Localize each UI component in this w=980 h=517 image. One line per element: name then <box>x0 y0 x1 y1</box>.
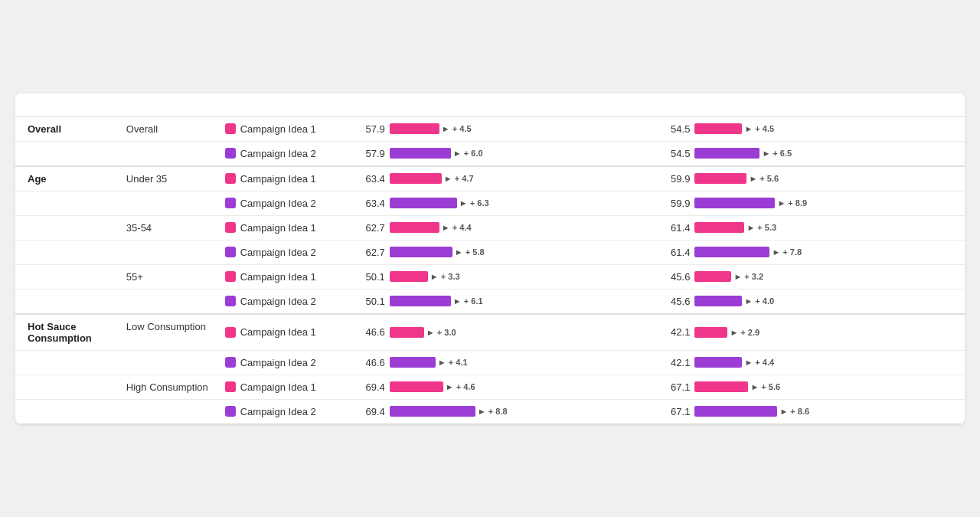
would-try-delta: ► + 4.6 <box>446 382 475 391</box>
would-try-delta: ► + 3.0 <box>426 328 456 337</box>
would-try-value: 50.1 <box>361 271 385 283</box>
would-try-bar-cell: 50.1► + 3.3 <box>361 271 654 283</box>
would-try-bar-wrapper: ► + 4.6 <box>390 381 654 392</box>
table-row: AgeUnder 35Campaign Idea 163.4► + 4.759.… <box>15 166 965 191</box>
would-try-cell: 46.6► + 3.0 <box>354 314 660 351</box>
breakdown-cell: Age <box>15 166 117 191</box>
would-add-bar-wrapper: ► + 3.2 <box>694 271 959 282</box>
segment-cell: 55+ <box>117 264 219 289</box>
would-try-value: 62.7 <box>361 247 385 258</box>
would-add-value: 54.5 <box>665 123 690 135</box>
table-row: Campaign Idea 246.6► + 4.142.1► + 4.4 <box>15 350 965 375</box>
would-add-value: 67.1 <box>665 381 690 393</box>
breakdown-cell <box>15 191 117 215</box>
would-try-bar-cell: 46.6► + 4.1 <box>361 357 654 368</box>
table-row: Campaign Idea 257.9► + 6.054.5► + 6.5 <box>15 141 965 166</box>
campaign-name: Campaign Idea 2 <box>240 148 316 159</box>
would-add-delta: ► + 5.6 <box>749 174 779 183</box>
would-try-bar <box>390 123 439 134</box>
content-item: Campaign Idea 2 <box>225 357 348 368</box>
breakdown-cell <box>15 350 117 375</box>
would-add-bar <box>694 406 777 417</box>
content-cell: Campaign Idea 2 <box>219 141 354 166</box>
would-add-value: 61.4 <box>665 247 690 258</box>
would-try-bar <box>390 357 436 368</box>
would-add-bar-cell: 54.5► + 4.5 <box>665 123 959 135</box>
would-try-delta: ► + 4.4 <box>442 223 472 232</box>
would-try-bar-wrapper: ► + 4.5 <box>390 123 654 134</box>
content-cell: Campaign Idea 1 <box>219 314 354 351</box>
segment-cell <box>117 191 219 215</box>
segment-cell <box>117 141 219 166</box>
content-cell: Campaign Idea 1 <box>219 166 354 191</box>
would-add-bar-cell: 67.1► + 5.6 <box>665 381 959 393</box>
content-item: Campaign Idea 1 <box>225 381 348 393</box>
breakdown-label: Age <box>28 173 47 185</box>
content-item: Campaign Idea 2 <box>225 296 348 307</box>
color-swatch-pink <box>225 222 236 233</box>
would-add-bar <box>694 173 746 184</box>
would-add-bar <box>694 271 731 282</box>
would-try-cell: 69.4► + 4.6 <box>354 375 660 399</box>
content-cell: Campaign Idea 1 <box>219 375 354 399</box>
col-header-content <box>219 93 354 117</box>
col-header-would-try <box>354 93 660 117</box>
color-swatch-purple <box>225 406 236 417</box>
segment-cell: Low Consumption <box>117 314 219 351</box>
would-try-cell: 50.1► + 3.3 <box>354 264 660 289</box>
would-try-cell: 62.7► + 5.8 <box>354 240 660 264</box>
would-add-delta: ► + 3.2 <box>733 272 763 281</box>
segment-cell <box>117 399 219 424</box>
would-try-bar-wrapper: ► + 6.3 <box>390 198 654 208</box>
would-try-bar <box>390 247 452 257</box>
would-add-bar <box>694 123 742 134</box>
would-try-bar <box>390 381 443 392</box>
table-row: Campaign Idea 263.4► + 6.359.9► + 8.9 <box>15 191 965 215</box>
content-cell: Campaign Idea 2 <box>219 289 354 314</box>
would-try-cell: 63.4► + 6.3 <box>354 191 660 215</box>
campaign-name: Campaign Idea 2 <box>240 198 316 209</box>
would-add-cell: 42.1► + 4.4 <box>659 350 965 375</box>
color-swatch-pink <box>225 123 236 134</box>
color-swatch-purple <box>225 247 236 257</box>
campaign-name: Campaign Idea 1 <box>240 123 316 135</box>
segment-cell: High Consumption <box>117 375 219 399</box>
breakdown-cell <box>15 215 117 240</box>
table-row: Campaign Idea 250.1► + 6.145.6► + 4.0 <box>15 289 965 314</box>
would-try-bar <box>390 406 475 417</box>
would-try-bar-cell: 46.6► + 3.0 <box>361 326 654 338</box>
would-try-cell: 50.1► + 6.1 <box>354 289 660 314</box>
content-item: Campaign Idea 1 <box>225 123 348 135</box>
breakdown-cell <box>15 375 117 399</box>
would-add-bar-wrapper: ► + 4.0 <box>694 296 959 306</box>
breakdown-cell: Overall <box>15 116 117 141</box>
would-try-bar-cell: 62.7► + 5.8 <box>361 247 654 258</box>
content-item: Campaign Idea 1 <box>225 326 348 338</box>
would-add-bar <box>694 381 748 392</box>
content-cell: Campaign Idea 2 <box>219 191 354 215</box>
would-add-delta: ► + 4.4 <box>744 358 774 367</box>
would-try-cell: 57.9► + 6.0 <box>354 141 660 166</box>
would-try-bar-wrapper: ► + 6.0 <box>390 148 654 159</box>
campaign-name: Campaign Idea 2 <box>240 357 316 368</box>
color-swatch-pink <box>225 271 236 282</box>
table-row: 35-54Campaign Idea 162.7► + 4.461.4► + 5… <box>15 215 965 240</box>
breakdown-cell <box>15 289 117 314</box>
campaign-name: Campaign Idea 1 <box>240 222 316 234</box>
color-swatch-pink <box>225 173 236 184</box>
would-add-bar-wrapper: ► + 7.8 <box>694 247 959 257</box>
would-try-delta: ► + 8.8 <box>478 407 508 416</box>
would-add-bar-cell: 59.9► + 8.9 <box>665 198 959 209</box>
col-header-would-add <box>659 93 965 117</box>
would-add-label <box>659 109 965 116</box>
would-add-bar <box>694 296 742 306</box>
would-add-value: 61.4 <box>665 222 690 234</box>
would-add-delta: ► + 4.0 <box>744 296 774 306</box>
would-add-delta: ► + 8.6 <box>779 407 809 416</box>
campaign-name: Campaign Idea 1 <box>240 173 316 185</box>
col-header-segment <box>117 93 219 117</box>
would-add-value: 67.1 <box>665 406 690 417</box>
breakdown-cell <box>15 264 117 289</box>
would-try-bar <box>390 198 457 208</box>
would-try-cell: 69.4► + 8.8 <box>354 399 660 424</box>
